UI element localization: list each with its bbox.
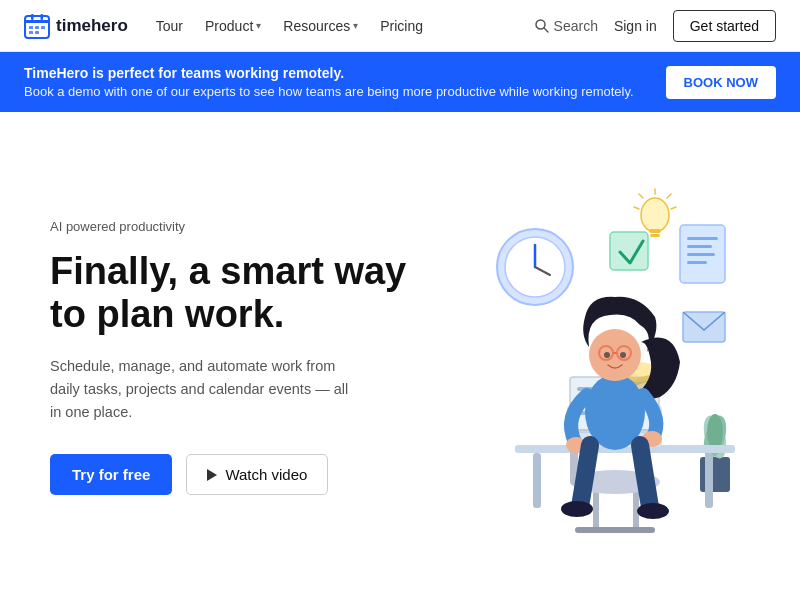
svg-rect-35 <box>533 453 541 508</box>
svg-rect-1 <box>25 20 49 23</box>
nav-product[interactable]: Product ▾ <box>205 18 261 34</box>
svg-rect-30 <box>700 457 730 492</box>
product-chevron-icon: ▾ <box>256 20 261 31</box>
hero-title: Finally, a smart way to plan work. <box>50 250 410 337</box>
hero-illustration-svg <box>415 177 755 537</box>
svg-point-16 <box>641 198 669 232</box>
svg-rect-4 <box>29 26 33 29</box>
play-icon <box>207 469 217 481</box>
hero-buttons: Try for free Watch video <box>50 454 410 495</box>
svg-line-21 <box>639 194 643 198</box>
hero-eyebrow: AI powered productivity <box>50 219 410 234</box>
nav-right-actions: Search Sign in Get started <box>535 10 776 42</box>
svg-rect-7 <box>29 31 33 34</box>
search-label: Search <box>554 18 598 34</box>
svg-rect-26 <box>687 245 712 248</box>
sign-in-link[interactable]: Sign in <box>614 18 657 34</box>
try-free-button[interactable]: Try for free <box>50 454 172 495</box>
svg-point-54 <box>589 329 641 381</box>
promo-banner: TimeHero is perfect for teams working re… <box>0 52 800 112</box>
svg-rect-27 <box>687 253 715 256</box>
svg-rect-25 <box>687 237 718 240</box>
svg-line-20 <box>667 194 671 198</box>
svg-rect-5 <box>35 26 39 29</box>
logo-icon <box>24 13 50 39</box>
svg-rect-3 <box>41 14 44 20</box>
logo[interactable]: timehero <box>24 13 128 39</box>
svg-rect-39 <box>575 527 655 533</box>
watch-video-button[interactable]: Watch video <box>186 454 328 495</box>
svg-line-22 <box>671 207 676 209</box>
hero-section: AI powered productivity Finally, a smart… <box>0 112 800 592</box>
book-now-button[interactable]: BOOK NOW <box>666 66 776 99</box>
banner-headline: TimeHero is perfect for teams working re… <box>24 65 634 81</box>
logo-text: timehero <box>56 16 128 36</box>
navbar: timehero Tour Product ▾ Resources ▾ Pric… <box>0 0 800 52</box>
nav-tour[interactable]: Tour <box>156 18 183 34</box>
svg-rect-15 <box>610 232 648 270</box>
svg-line-10 <box>544 28 548 32</box>
svg-rect-28 <box>687 261 707 264</box>
svg-rect-36 <box>705 453 713 508</box>
hero-illustration <box>410 167 760 547</box>
svg-rect-2 <box>31 14 34 20</box>
svg-point-62 <box>561 501 593 517</box>
banner-text: TimeHero is perfect for teams working re… <box>24 65 634 99</box>
svg-rect-8 <box>35 31 39 34</box>
svg-point-56 <box>620 352 626 358</box>
search-icon <box>535 19 549 33</box>
search-button[interactable]: Search <box>535 18 598 34</box>
nav-pricing[interactable]: Pricing <box>380 18 423 34</box>
nav-resources[interactable]: Resources ▾ <box>283 18 358 34</box>
hero-content: AI powered productivity Finally, a smart… <box>50 219 410 496</box>
svg-rect-17 <box>649 229 661 233</box>
svg-rect-6 <box>41 26 45 29</box>
svg-line-23 <box>634 207 639 209</box>
resources-chevron-icon: ▾ <box>353 20 358 31</box>
watch-video-label: Watch video <box>225 466 307 483</box>
get-started-button[interactable]: Get started <box>673 10 776 42</box>
banner-subtext: Book a demo with one of our experts to s… <box>24 84 634 99</box>
nav-links: Tour Product ▾ Resources ▾ Pricing <box>156 18 423 34</box>
svg-point-63 <box>637 503 669 519</box>
svg-rect-18 <box>650 234 660 237</box>
svg-rect-37 <box>593 487 599 532</box>
svg-point-55 <box>604 352 610 358</box>
hero-subtitle: Schedule, manage, and automate work from… <box>50 355 350 425</box>
svg-point-33 <box>707 414 723 450</box>
